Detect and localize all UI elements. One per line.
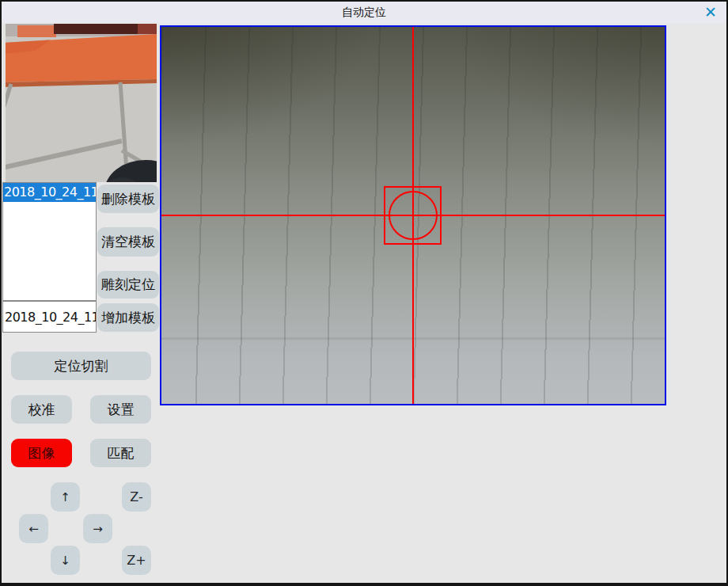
dialog-title: 自动定位 [342, 6, 386, 20]
image-button[interactable]: 图像 [11, 439, 72, 467]
template-thumbnail [3, 24, 157, 182]
position-cut-button[interactable]: 定位切割 [11, 352, 151, 380]
engrave-position-button[interactable]: 雕刻定位 [97, 271, 159, 299]
jog-z-minus-button[interactable]: Z- [122, 482, 151, 512]
jog-down-button[interactable]: ↓ [51, 546, 80, 575]
thumbnail-image [3, 24, 157, 182]
template-list[interactable]: 2018_10_24_11 [2, 182, 97, 301]
jog-right-button[interactable]: → [83, 514, 112, 543]
list-item[interactable]: 2018_10_24_11 [3, 183, 96, 202]
clear-templates-button[interactable]: 清空模板 [97, 227, 159, 257]
auto-position-dialog: 自动定位 ✕ 2018_10_24_11 [0, 0, 728, 586]
delete-template-button[interactable]: 删除模板 [97, 185, 159, 213]
template-name-input[interactable] [2, 301, 97, 333]
target-circle-overlay [389, 191, 438, 240]
calibrate-button[interactable]: 校准 [11, 395, 72, 424]
jog-up-button[interactable]: ↑ [51, 482, 80, 512]
jog-z-plus-button[interactable]: Z+ [122, 546, 151, 575]
settings-button[interactable]: 设置 [90, 395, 151, 424]
camera-view[interactable] [160, 25, 666, 405]
title-bar: 自动定位 ✕ [2, 2, 726, 23]
jog-left-button[interactable]: ← [19, 514, 48, 543]
match-button[interactable]: 匹配 [90, 439, 151, 467]
close-icon[interactable]: ✕ [701, 2, 720, 21]
add-template-button[interactable]: 增加模板 [97, 303, 159, 332]
